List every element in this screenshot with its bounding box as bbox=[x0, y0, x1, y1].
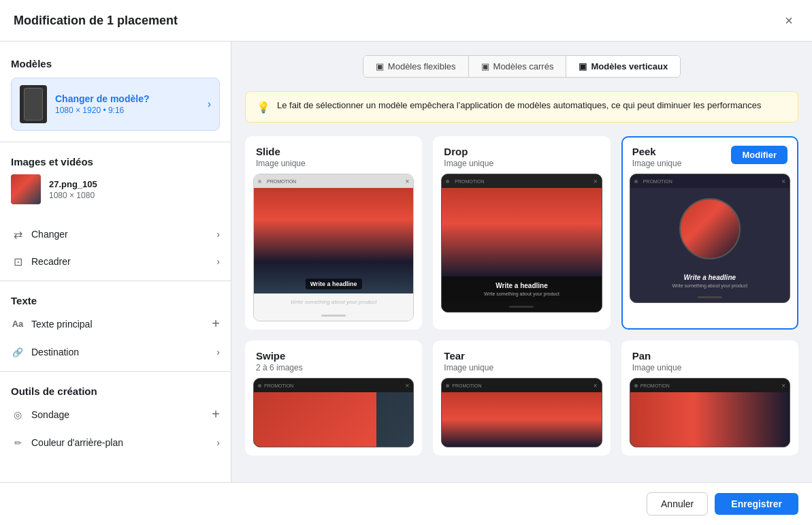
couleur-label: Couleur d'arrière-plan bbox=[31, 437, 123, 448]
swipe-dot1 bbox=[258, 384, 261, 387]
modal-footer: Annuler Enregistrer bbox=[0, 482, 812, 525]
recadrer-label: Recadrer bbox=[31, 256, 71, 267]
model-name: Changer de modèle? bbox=[55, 93, 199, 104]
tab-flexibles-label: Modèles flexibles bbox=[388, 61, 456, 71]
model-thumb-inner bbox=[24, 88, 43, 121]
template-card-tear[interactable]: Tear Image unique PROMOTION × bbox=[433, 340, 610, 456]
pan-preview: PROMOTION × bbox=[630, 378, 790, 447]
drop-text-area: Write a headline Write something about y… bbox=[442, 276, 601, 302]
destination-arrow-icon: › bbox=[216, 347, 220, 357]
model-thumbnail bbox=[20, 85, 47, 123]
divider-2 bbox=[0, 281, 231, 281]
tear-image-area bbox=[442, 392, 601, 447]
tear-dot1 bbox=[446, 384, 449, 387]
peek-subtitle: Image unique bbox=[632, 159, 682, 168]
slide-body: Write something about your product bbox=[254, 293, 413, 311]
model-card[interactable]: Changer de modèle? 1080 × 1920 • 9:16 › bbox=[11, 78, 220, 131]
slide-promo-badge: PROMOTION bbox=[267, 179, 296, 184]
slide-title: Slide bbox=[256, 146, 306, 157]
drop-promo-badge: PROMOTION bbox=[455, 179, 484, 184]
texte-principal-label: Texte principal bbox=[31, 319, 93, 330]
changer-arrow-icon: › bbox=[216, 229, 220, 240]
pan-image-area bbox=[630, 392, 790, 447]
sondage-label: Sondage bbox=[31, 409, 69, 420]
left-panel: Modèles Changer de modèle? 1080 × 1920 •… bbox=[0, 42, 231, 482]
peek-preview: PROMOTION × Write a headline Write somet… bbox=[630, 174, 790, 303]
swipe-img-1 bbox=[254, 392, 376, 447]
tear-promo-badge: PROMOTION bbox=[452, 383, 481, 388]
couleur-action[interactable]: ✏ Couleur d'arrière-plan › bbox=[0, 429, 231, 456]
destination-label: Destination bbox=[31, 347, 79, 357]
changer-action[interactable]: ⇄ Changer › bbox=[0, 221, 231, 248]
right-panel: ▣ Modèles flexibles ▣ Modèles carrés ▣ M… bbox=[231, 42, 812, 482]
changer-label: Changer bbox=[31, 229, 68, 240]
drop-footer-bar bbox=[509, 306, 534, 308]
slide-dot1 bbox=[258, 180, 261, 183]
template-card-drop[interactable]: Drop Image unique PROMOTION × Write a he… bbox=[433, 136, 610, 330]
pan-dot1 bbox=[634, 384, 638, 387]
template-card-peek[interactable]: Peek Image unique Modifier PROMOTION × bbox=[621, 136, 798, 330]
changer-icon: ⇄ bbox=[11, 227, 25, 241]
tab-verticaux[interactable]: ▣ Modèles verticaux bbox=[566, 56, 680, 77]
sondage-action[interactable]: ◎ Sondage + bbox=[0, 400, 231, 429]
slide-image-area: Write a headline bbox=[254, 188, 413, 293]
divider-3 bbox=[0, 371, 231, 372]
media-thumb-img bbox=[11, 174, 41, 204]
media-thumbnail bbox=[11, 174, 41, 204]
swipe-subtitle: 2 à 6 images bbox=[256, 363, 303, 372]
templates-grid: Slide Image unique PROMOTION × Write a h… bbox=[245, 136, 798, 456]
peek-close-icon: × bbox=[781, 178, 785, 185]
drop-dot1 bbox=[446, 180, 449, 183]
sondage-plus-icon: + bbox=[212, 407, 220, 422]
texte-section-title: Texte bbox=[0, 287, 231, 309]
peek-text-area: Write a headline Write something about y… bbox=[630, 270, 790, 292]
couleur-arrow-icon: › bbox=[216, 437, 220, 448]
swipe-close-icon: × bbox=[405, 382, 409, 389]
tab-carres[interactable]: ▣ Modèles carrés bbox=[469, 56, 567, 77]
swipe-promo-badge: PROMOTION bbox=[264, 383, 293, 388]
swipe-title: Swipe bbox=[256, 350, 303, 362]
tab-flexibles[interactable]: ▣ Modèles flexibles bbox=[363, 56, 469, 77]
template-card-pan[interactable]: Pan Image unique PROMOTION × bbox=[621, 340, 798, 456]
outils-section-title: Outils de création bbox=[0, 377, 231, 400]
template-card-swipe[interactable]: Swipe 2 à 6 images PROMOTION × bbox=[245, 340, 422, 456]
swipe-preview: PROMOTION × bbox=[253, 378, 414, 447]
recadrer-action[interactable]: ⊡ Recadrer › bbox=[0, 248, 231, 275]
peek-dot1 bbox=[634, 180, 638, 183]
sondage-icon: ◎ bbox=[11, 408, 25, 421]
modeles-section-title: Modèles bbox=[0, 52, 231, 78]
media-size: 1080 × 1080 bbox=[49, 191, 220, 200]
drop-image-area bbox=[442, 188, 601, 276]
modifier-button[interactable]: Modifier bbox=[731, 146, 787, 164]
tab-verticaux-label: Modèles verticaux bbox=[591, 61, 668, 71]
peek-circle-image bbox=[679, 198, 741, 259]
tab-carres-label: Modèles carrés bbox=[493, 61, 554, 71]
slide-preview: PROMOTION × Write a headline Write somet… bbox=[253, 174, 414, 321]
chevron-right-icon: › bbox=[208, 98, 211, 110]
warning-text: Le fait de sélectionner un modèle empêch… bbox=[277, 100, 761, 110]
modal-header: Modification de 1 placement × bbox=[0, 0, 812, 42]
media-section-title: Images et vidéos bbox=[11, 156, 220, 174]
template-card-slide[interactable]: Slide Image unique PROMOTION × Write a h… bbox=[245, 136, 422, 330]
save-button[interactable]: Enregistrer bbox=[715, 493, 798, 515]
destination-action[interactable]: 🔗 Destination › bbox=[0, 338, 231, 366]
pan-promo-badge: PROMOTION bbox=[640, 383, 670, 388]
modal-body: Modèles Changer de modèle? 1080 × 1920 •… bbox=[0, 42, 812, 482]
warning-icon: 💡 bbox=[257, 101, 270, 114]
texte-principal-icon: Aa bbox=[11, 317, 25, 331]
drop-sub: Write something about your product bbox=[447, 291, 596, 296]
swipe-img-2 bbox=[376, 392, 413, 447]
texte-principal-action[interactable]: Aa Texte principal + bbox=[0, 309, 231, 338]
slide-subtitle: Image unique bbox=[256, 159, 306, 168]
cancel-button[interactable]: Annuler bbox=[647, 492, 708, 515]
model-dims: 1080 × 1920 • 9:16 bbox=[55, 106, 199, 115]
destination-icon: 🔗 bbox=[11, 345, 25, 359]
pan-close-icon: × bbox=[781, 382, 785, 389]
peek-title: Peek bbox=[632, 146, 682, 157]
swipe-images-row bbox=[254, 392, 413, 447]
slide-footer-bar bbox=[321, 315, 346, 317]
pan-subtitle: Image unique bbox=[632, 363, 682, 372]
tear-title: Tear bbox=[444, 350, 493, 362]
close-button[interactable]: × bbox=[779, 11, 798, 30]
slide-write-sub: Write something about your product bbox=[259, 299, 408, 305]
